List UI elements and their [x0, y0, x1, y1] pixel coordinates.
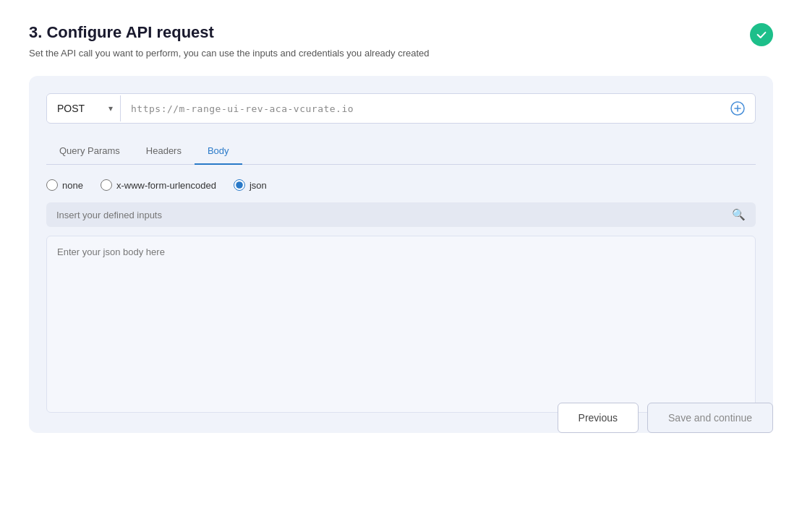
- url-row: POST GET PUT PATCH DELETE ▾: [46, 93, 756, 124]
- json-body-textarea[interactable]: [46, 236, 756, 413]
- radio-option-none[interactable]: none: [46, 179, 83, 191]
- url-input[interactable]: [121, 96, 720, 121]
- body-options: none x-www-form-urlencoded json: [46, 179, 756, 191]
- radio-none-label: none: [62, 180, 83, 191]
- radio-json[interactable]: [234, 179, 245, 191]
- method-select-wrapper: POST GET PUT PATCH DELETE ▾: [47, 95, 121, 121]
- footer-buttons: Previous Save and continue: [558, 403, 773, 433]
- tabs-row: Query Params Headers Body: [46, 138, 756, 165]
- url-add-button[interactable]: [720, 94, 755, 123]
- check-circle-icon: [750, 23, 773, 46]
- radio-option-json[interactable]: json: [234, 179, 267, 191]
- save-continue-button[interactable]: Save and continue: [647, 403, 773, 433]
- radio-urlencoded-label: x-www-form-urlencoded: [116, 180, 216, 191]
- radio-json-label: json: [249, 180, 267, 191]
- tab-headers[interactable]: Headers: [133, 138, 195, 165]
- search-input-row: 🔍: [46, 202, 756, 227]
- method-select[interactable]: POST GET PUT PATCH DELETE: [47, 95, 120, 121]
- tab-body[interactable]: Body: [195, 138, 242, 165]
- radio-option-urlencoded[interactable]: x-www-form-urlencoded: [101, 179, 216, 191]
- search-input[interactable]: [56, 210, 732, 220]
- radio-none[interactable]: [46, 179, 58, 191]
- tab-query-params[interactable]: Query Params: [46, 138, 133, 165]
- radio-urlencoded[interactable]: [101, 179, 112, 191]
- api-config-card: POST GET PUT PATCH DELETE ▾ Query Params…: [29, 76, 773, 433]
- page-subtitle: Set the API call you want to perform, yo…: [29, 48, 773, 59]
- previous-button[interactable]: Previous: [558, 403, 639, 433]
- page-title: 3. Configure API request: [29, 23, 773, 42]
- search-icon: 🔍: [732, 208, 746, 221]
